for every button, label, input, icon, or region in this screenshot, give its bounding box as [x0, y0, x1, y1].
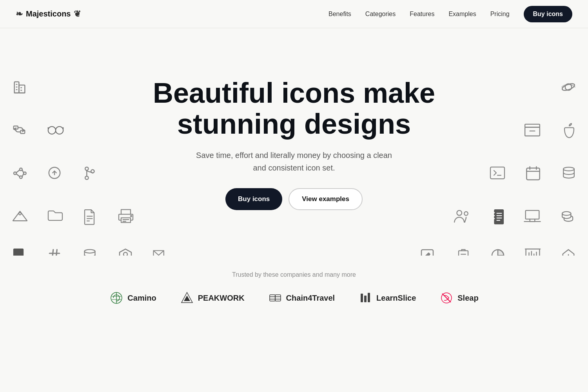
email-search-icon: [153, 248, 170, 256]
svg-rect-94: [275, 295, 281, 301]
chain4travel-label: Chain4Travel: [286, 294, 335, 303]
svg-point-42: [85, 250, 95, 253]
apple-icon: [562, 122, 576, 139]
svg-rect-44: [153, 250, 163, 256]
planet-icon: [561, 79, 576, 95]
svg-rect-53: [526, 168, 539, 180]
svg-line-40: [52, 250, 53, 256]
svg-point-48: [561, 82, 575, 92]
hexagon-user-icon: [118, 248, 133, 256]
hero-section: Beautiful icons make stunning designs Sa…: [0, 28, 588, 256]
svg-point-70: [464, 212, 468, 215]
glasses-icon: [47, 122, 64, 137]
svg-rect-87: [421, 250, 433, 256]
bookmark-icon: [12, 248, 25, 256]
svg-point-82: [492, 250, 504, 256]
trusted-label: Trusted by these companies and many more: [232, 271, 356, 278]
home-chart-icon: [561, 248, 576, 256]
logo[interactable]: ❧ Majesticons ❦: [16, 9, 81, 19]
svg-point-17: [24, 172, 26, 175]
svg-point-25: [85, 176, 88, 180]
trusted-learnslice: LearnSlice: [358, 291, 416, 305]
svg-rect-83: [459, 251, 468, 256]
hero-title: Beautiful icons make stunning designs: [153, 78, 435, 140]
folder-icon: [47, 209, 64, 223]
presentation-icon: [524, 248, 541, 256]
camping-icon: [12, 209, 28, 223]
building-icon: [12, 79, 27, 95]
arrow-up-circle-icon: [47, 165, 62, 180]
svg-line-19: [16, 174, 20, 177]
svg-point-59: [562, 212, 571, 216]
nav-pricing[interactable]: Pricing: [490, 11, 510, 17]
svg-rect-1: [19, 85, 25, 93]
svg-rect-93: [270, 295, 275, 301]
sleap-label: Sleap: [457, 294, 478, 303]
main-nav: ❧ Majesticons ❦ Benefits Categories Feat…: [0, 0, 588, 28]
laurel-right-icon: ❦: [74, 9, 81, 19]
svg-point-69: [457, 211, 462, 216]
svg-rect-57: [490, 167, 505, 179]
hero-subtitle: Save time, effort and literally money by…: [196, 149, 392, 174]
nav-links: Benefits Categories Features Examples Pr…: [328, 6, 572, 22]
nav-benefits[interactable]: Benefits: [328, 11, 351, 17]
svg-point-43: [123, 252, 127, 256]
svg-point-37: [131, 216, 132, 217]
svg-rect-34: [121, 218, 131, 223]
peakwork-icon: [180, 291, 194, 305]
svg-rect-60: [526, 211, 539, 219]
document-icon: [82, 209, 96, 225]
svg-rect-33: [121, 210, 131, 214]
hero-buy-button[interactable]: Buy icons: [225, 188, 282, 210]
svg-line-18: [16, 170, 20, 173]
svg-point-22: [49, 167, 60, 179]
learnslice-label: LearnSlice: [376, 294, 416, 303]
svg-rect-99: [368, 293, 370, 302]
peakwork-label: PEAKWORK: [198, 294, 245, 303]
edit-icon: [419, 248, 435, 256]
svg-rect-50: [525, 127, 540, 136]
nav-buy-button[interactable]: Buy icons: [524, 6, 572, 22]
clipboard-icon: [456, 248, 470, 256]
svg-point-10: [48, 127, 56, 134]
laurel-left-icon: ❧: [16, 9, 23, 19]
svg-point-14: [14, 172, 16, 175]
users-icon: [453, 209, 470, 223]
pie-chart-icon: [490, 248, 506, 256]
svg-rect-61: [495, 210, 504, 224]
svg-rect-74: [526, 249, 540, 256]
svg-rect-98: [364, 296, 367, 302]
camino-icon: [109, 291, 123, 305]
svg-rect-8: [14, 126, 18, 129]
trusted-camino: Camino: [109, 291, 156, 305]
hero-examples-button[interactable]: View examples: [289, 188, 363, 210]
svg-line-101: [442, 294, 451, 302]
logo-text: Majesticons: [26, 9, 71, 18]
refresh-icon: [12, 122, 27, 137]
printer-icon: [118, 209, 134, 223]
nodes-icon: [12, 165, 27, 181]
sleap-icon: [439, 291, 454, 305]
svg-point-52: [563, 167, 574, 171]
svg-point-29: [19, 212, 21, 215]
terminal-icon: [489, 165, 506, 180]
nav-categories[interactable]: Categories: [365, 11, 396, 17]
svg-point-47: [565, 84, 572, 91]
learnslice-icon: [358, 291, 372, 305]
floating-icons: [0, 28, 588, 256]
nav-examples[interactable]: Examples: [448, 11, 476, 17]
database-icon: [82, 248, 97, 256]
svg-point-24: [85, 167, 88, 170]
database2-icon: [561, 165, 576, 181]
svg-rect-97: [361, 294, 363, 302]
svg-point-15: [20, 168, 22, 171]
coins-icon: [561, 209, 576, 223]
trusted-section: Trusted by these companies and many more…: [0, 256, 588, 328]
hero-buttons: Buy icons View examples: [225, 188, 363, 210]
laptop-icon: [524, 209, 541, 223]
svg-point-26: [91, 170, 94, 173]
svg-point-16: [20, 176, 22, 179]
svg-rect-49: [525, 124, 540, 127]
nav-features[interactable]: Features: [410, 11, 434, 17]
trusted-sleap: Sleap: [439, 291, 478, 305]
